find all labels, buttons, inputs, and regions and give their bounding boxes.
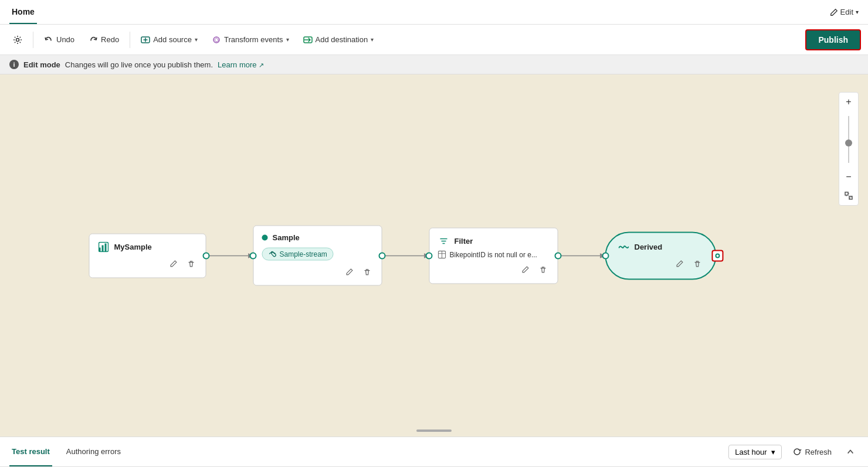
node-filter-header: Filter [438, 235, 550, 247]
transform-events-label: Transform events [224, 35, 283, 44]
add-destination-button[interactable]: Add destination ▾ [297, 32, 380, 48]
filter-icon [438, 235, 450, 247]
node-mysample-header: MySample [98, 241, 198, 253]
node-sample[interactable]: Sample Sample-stream [253, 226, 382, 286]
edit-button[interactable]: Edit ▾ [830, 8, 859, 16]
node-mysample-title: MySample [114, 243, 152, 251]
connector-3 [558, 250, 605, 261]
gear-icon [13, 35, 22, 45]
add-destination-icon [303, 35, 313, 45]
node-filter-actions [438, 263, 550, 276]
refresh-button[interactable]: Refresh [786, 445, 838, 459]
add-source-label: Add source [153, 35, 192, 44]
flow-container: MySample [89, 226, 717, 286]
bottom-panel: Test result Authoring errors Last hour ▾… [0, 437, 868, 467]
tab-authoring-errors-label: Authoring errors [66, 447, 121, 456]
tab-home[interactable]: Home [9, 0, 37, 24]
delete-derived-button[interactable] [691, 257, 704, 270]
zoom-controls: + − [839, 92, 859, 206]
add-destination-chevron-icon: ▾ [371, 36, 374, 43]
tab-test-result-label: Test result [12, 447, 50, 456]
zoom-out-button[interactable]: − [839, 168, 858, 186]
publish-label: Publish [818, 35, 848, 45]
collapse-button[interactable] [842, 444, 859, 460]
learn-more-link[interactable]: Learn more ↗ [218, 60, 264, 69]
redo-label: Redo [101, 35, 119, 44]
node-mysample[interactable]: MySample [89, 233, 206, 278]
mysample-port-out[interactable] [203, 252, 210, 259]
delete-mysample-button[interactable] [185, 257, 198, 270]
toolbar: Undo Redo Add source ▾ Transform events … [0, 25, 868, 55]
filter-port-out[interactable] [555, 252, 562, 259]
delete-filter-button[interactable] [537, 263, 550, 276]
connector-2-svg [382, 250, 429, 261]
derived-port-in[interactable] [602, 252, 609, 259]
edit-mysample-button[interactable] [167, 257, 180, 270]
refresh-icon [792, 447, 802, 456]
connector-2 [382, 250, 429, 261]
add-source-chevron-icon: ▾ [195, 36, 198, 43]
chart-icon [98, 241, 110, 253]
tab-authoring-errors[interactable]: Authoring errors [64, 437, 123, 466]
node-derived-actions [618, 257, 704, 270]
filter-port-in[interactable] [426, 252, 433, 259]
canvas-scrollbar[interactable] [416, 429, 452, 432]
sample-dot-icon [262, 234, 268, 240]
node-sample-title: Sample [273, 233, 300, 242]
external-link-icon: ↗ [259, 62, 264, 69]
zoom-track[interactable] [848, 116, 849, 163]
zoom-in-button[interactable]: + [839, 93, 858, 111]
edit-banner-message: Changes will go live once you publish th… [65, 60, 213, 69]
publish-button[interactable]: Publish [805, 29, 861, 50]
svg-rect-7 [102, 245, 104, 251]
undo-icon [44, 35, 53, 45]
transform-events-button[interactable]: Transform events ▾ [206, 32, 295, 48]
trash-icon [539, 266, 547, 274]
filter-condition-text: BikepointID is not null or e... [450, 250, 537, 258]
bottom-right-controls: Last hour ▾ Refresh [728, 444, 859, 460]
edit-derived-button[interactable] [673, 257, 686, 270]
tab-test-result[interactable]: Test result [9, 437, 52, 466]
transform-icon [212, 35, 221, 45]
undo-button[interactable]: Undo [38, 32, 80, 48]
derived-inner-port [716, 253, 720, 258]
filter-condition: BikepointID is not null or e... [438, 250, 550, 258]
fit-view-button[interactable] [839, 186, 858, 205]
sample-port-out[interactable] [379, 252, 386, 259]
wave-icon [618, 241, 630, 253]
pencil-icon [521, 266, 529, 274]
info-icon: i [9, 60, 19, 69]
sample-stream-badge: Sample-stream [262, 248, 334, 261]
refresh-label: Refresh [805, 448, 832, 456]
add-source-icon [141, 35, 150, 45]
add-source-button[interactable]: Add source ▾ [135, 32, 204, 48]
node-sample-actions [262, 265, 374, 278]
derived-port-out-red[interactable] [712, 250, 724, 261]
zoom-thumb[interactable] [845, 139, 852, 146]
edit-filter-button[interactable] [519, 263, 532, 276]
delete-sample-button[interactable] [361, 265, 374, 278]
pencil-icon [830, 8, 838, 16]
edit-sample-button[interactable] [343, 265, 356, 278]
connector-1-svg [206, 250, 253, 261]
undo-label: Undo [56, 35, 74, 44]
fit-icon [844, 191, 853, 200]
bottom-panel-header: Test result Authoring errors Last hour ▾… [0, 437, 868, 467]
edit-banner: i Edit mode Changes will go live once yo… [0, 55, 868, 74]
tab-home-label: Home [12, 7, 35, 16]
flow-stream-icon [269, 250, 277, 258]
node-filter[interactable]: Filter BikepointID is not null or e... [429, 227, 558, 284]
edit-button-label: Edit [840, 8, 853, 16]
redo-button[interactable]: Redo [83, 32, 125, 48]
node-filter-title: Filter [455, 237, 473, 246]
time-select[interactable]: Last hour ▾ [728, 445, 782, 459]
canvas[interactable]: + − [0, 74, 868, 437]
settings-button[interactable] [7, 32, 28, 48]
sample-port-in[interactable] [250, 252, 257, 259]
node-derived[interactable]: Derived [605, 231, 717, 279]
divider-1 [33, 32, 33, 48]
tab-bar: Home Edit ▾ [0, 0, 868, 25]
table-icon [438, 250, 446, 258]
pencil-icon [345, 268, 353, 275]
node-sample-header: Sample [262, 233, 374, 242]
